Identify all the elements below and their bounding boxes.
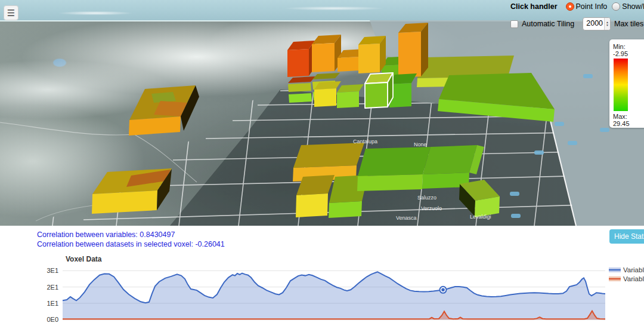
voxel-face[interactable] — [338, 57, 359, 72]
voxel-layer[interactable]: CantalupaNoneSaluzzoVerzuoloVenascaLeval… — [0, 0, 644, 226]
map-route-badge — [511, 214, 521, 218]
spinner-down-icon[interactable]: ▼ — [606, 24, 609, 27]
show-hide-big-radio[interactable] — [612, 2, 620, 11]
y-axis-tick-label: 0E0 — [47, 316, 58, 323]
voxel-face[interactable] — [421, 23, 428, 76]
voxel-data-chart[interactable]: Voxel Data 3E12E11E10E0 Variable Variabl… — [0, 254, 644, 332]
voxel-face[interactable] — [357, 174, 423, 191]
app-root: CantalupaNoneSaluzzoVerzuoloVenascaLeval… — [0, 0, 644, 332]
click-handler-row: Click handler Point Info Show/Hide Big — [510, 0, 644, 13]
voxel-face[interactable] — [337, 91, 359, 108]
map-place-label: Venasca — [396, 215, 417, 221]
voxel-face[interactable] — [423, 145, 477, 174]
voxel-face[interactable] — [151, 92, 176, 103]
voxel-face[interactable] — [314, 88, 336, 107]
grid-line — [52, 90, 68, 226]
variable2-swatch — [609, 276, 621, 281]
voxel-face[interactable] — [289, 93, 312, 103]
voxel-face[interactable] — [293, 143, 364, 168]
correlation-variables-text: Correlation between variables: 0.8430497 — [37, 230, 175, 239]
max-tiles-value: 2000 — [583, 18, 604, 30]
color-legend-panel: Min: -2.95 Max: 29.45 — [609, 39, 644, 128]
map-route-badge — [510, 192, 519, 196]
chart-legend: Variable Variable — [609, 265, 644, 283]
y-axis-tick-label: 2E1 — [47, 284, 58, 291]
point-info-radio[interactable] — [566, 2, 574, 11]
voxel-face[interactable] — [288, 83, 311, 92]
legend-min-label: Min: — [613, 43, 644, 50]
variable1-label: Variable — [623, 266, 644, 273]
map-place-label: None — [414, 142, 427, 147]
map-route-badge — [583, 74, 593, 78]
voxel-face[interactable] — [398, 32, 421, 78]
correlation-voxel-text: Correlation between datasets in selected… — [37, 240, 225, 248]
map-controls: Click handler Point Info Show/Hide Big A… — [510, 0, 644, 30]
series-area-1 — [63, 272, 605, 319]
legend-entry-variable-1: Variable — [609, 265, 644, 274]
variable1-swatch — [609, 268, 621, 272]
click-handler-label: Click handler — [510, 2, 558, 11]
show-hide-big-label: Show/Hide Big — [622, 2, 644, 11]
variable2-label: Variable — [623, 275, 644, 282]
legend-max-label: Max: — [613, 113, 644, 120]
automatic-tiling-label: Automatic Tiling — [522, 20, 574, 28]
voxel-face[interactable] — [288, 76, 315, 83]
chart-plot-area[interactable]: 3E12E11E10E0 — [0, 254, 644, 332]
map-route-badge — [568, 141, 577, 145]
y-axis-tick-label: 1E1 — [47, 300, 58, 307]
hamburger-menu-button[interactable]: ☰ — [4, 5, 18, 20]
statistics-strip: Correlation between variables: 0.8430497… — [0, 226, 644, 254]
legend-entry-variable-2: Variable — [609, 274, 644, 283]
selected-voxel-face[interactable] — [365, 82, 388, 108]
map-3d-viewport[interactable]: CantalupaNoneSaluzzoVerzuoloVenascaLeval… — [0, 0, 644, 226]
tiling-row: Automatic Tiling 2000 ▲ ▼ Max tiles — [510, 17, 644, 30]
voxel-face[interactable] — [312, 43, 335, 72]
map-route-badge — [534, 150, 544, 155]
map-route-badge — [600, 128, 609, 132]
selected-point-marker-dot — [441, 288, 445, 292]
max-tiles-label: Max tiles — [614, 20, 643, 28]
voxel-face[interactable] — [312, 73, 340, 79]
legend-min-value: -2.95 — [613, 50, 644, 57]
legend-max-value: 29.45 — [613, 120, 644, 127]
max-tiles-input[interactable]: 2000 ▲ ▼ — [583, 17, 611, 30]
automatic-tiling-checkbox[interactable] — [510, 20, 518, 28]
voxel-face[interactable] — [337, 84, 364, 93]
voxel-face[interactable] — [358, 147, 431, 176]
map-place-label: Verzuolo — [421, 205, 442, 211]
map-place-label: Saluzzo — [417, 195, 436, 201]
map-place-label: Cantalupa — [353, 139, 377, 145]
y-axis-tick-label: 3E1 — [47, 267, 58, 274]
voxel-face[interactable] — [358, 44, 380, 73]
point-info-label: Point Info — [576, 2, 608, 11]
hamburger-icon: ☰ — [7, 8, 15, 17]
color-gradient-bar — [614, 59, 628, 111]
max-tiles-spinner[interactable]: ▲ ▼ — [604, 18, 610, 30]
map-route-badge — [555, 122, 564, 126]
hide-statistics-button[interactable]: Hide Statistic — [609, 229, 644, 244]
voxel-face[interactable] — [296, 193, 328, 217]
voxel-face[interactable] — [329, 201, 362, 218]
voxel-face[interactable] — [287, 49, 309, 77]
map-place-label: Levaldigi — [470, 214, 491, 220]
voxel-face[interactable] — [92, 190, 157, 214]
